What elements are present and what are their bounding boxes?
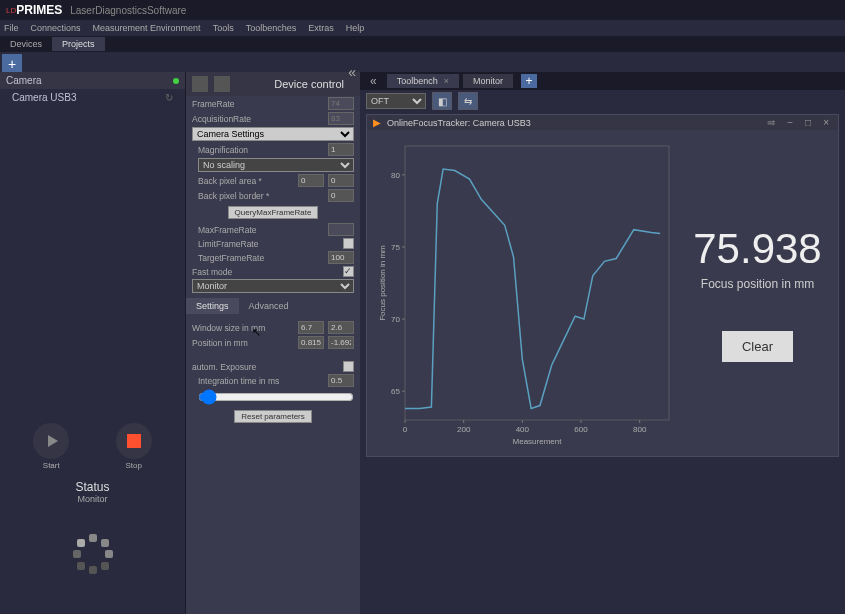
bparea-1[interactable]: [298, 174, 324, 187]
status-sub: Monitor: [10, 494, 175, 504]
targetfr-value[interactable]: [328, 251, 354, 264]
winsize-2[interactable]: [328, 321, 354, 334]
winsize-label: Window size in mm: [192, 323, 294, 333]
svg-text:80: 80: [391, 171, 400, 180]
autoexp-checkbox[interactable]: [343, 361, 354, 372]
svg-text:Focus position in mm: Focus position in mm: [378, 245, 387, 321]
menu-toolbenches[interactable]: Toolbenches: [246, 23, 297, 33]
tab-settings[interactable]: Settings: [186, 298, 239, 314]
add-tab-button[interactable]: +: [521, 74, 537, 88]
left-tabs: Devices Projects: [0, 36, 845, 52]
menu-file[interactable]: File: [4, 23, 19, 33]
svg-text:0: 0: [403, 425, 408, 434]
maxfr-value: [328, 223, 354, 236]
bparea-label: Back pixel area *: [198, 176, 294, 186]
scaling-select[interactable]: No scaling: [198, 158, 354, 172]
menu-measenv[interactable]: Measurement Environment: [93, 23, 201, 33]
tab-advanced[interactable]: Advanced: [239, 298, 299, 314]
magnification-value[interactable]: [328, 143, 354, 156]
limitfr-checkbox[interactable]: [343, 238, 354, 249]
fastmode-label: Fast mode: [192, 267, 339, 277]
targetfr-label: TargetFrameRate: [198, 253, 324, 263]
camera-header-label: Camera: [6, 75, 42, 86]
stop-button[interactable]: [116, 423, 152, 459]
status-title: Status: [10, 480, 175, 494]
stop-icon: [127, 434, 141, 448]
svg-rect-0: [405, 146, 669, 420]
camera-settings-select[interactable]: Camera Settings: [192, 127, 354, 141]
svg-text:70: 70: [391, 315, 400, 324]
autoexp-label: autom. Exposure: [192, 362, 339, 372]
svg-text:600: 600: [574, 425, 588, 434]
close-window-icon[interactable]: ×: [820, 117, 832, 128]
query-maxfr-button[interactable]: QueryMaxFrameRate: [228, 206, 319, 219]
right-panel: « Toolbench× Monitor + OFT ◧ ⇆ ▶ OnlineF…: [360, 72, 845, 614]
svg-text:65: 65: [391, 387, 400, 396]
svg-text:200: 200: [457, 425, 471, 434]
close-icon[interactable]: ×: [444, 76, 449, 86]
camera-item[interactable]: Camera USB3 ↻: [0, 89, 185, 106]
tab-toolbench[interactable]: Toolbench×: [387, 74, 459, 88]
framerate-label: FrameRate: [192, 99, 324, 109]
maximize-icon[interactable]: □: [802, 117, 814, 128]
folder-icon[interactable]: [192, 76, 208, 92]
acqrate-label: AcquisitionRate: [192, 114, 324, 124]
toolbar-icon-2[interactable]: ⇆: [458, 92, 478, 110]
flag-icon: ▶: [373, 117, 381, 128]
bpborder-label: Back pixel border *: [198, 191, 324, 201]
collapse-right-icon[interactable]: «: [364, 74, 383, 88]
play-icon: [48, 435, 58, 447]
toolbar-icon-1[interactable]: ◧: [432, 92, 452, 110]
reset-params-button[interactable]: Reset parameters: [234, 410, 312, 423]
camera-item-label: Camera USB3: [12, 92, 76, 103]
refresh-icon[interactable]: ↻: [165, 92, 173, 103]
left-panel: Camera Camera USB3 ↻ Start Stop Status M…: [0, 72, 186, 614]
logo-prefix: LD: [6, 6, 16, 15]
tab-devices[interactable]: Devices: [0, 37, 52, 51]
magnification-label: Magnification: [198, 145, 324, 155]
app-logo: PRIMES: [16, 3, 62, 17]
winsize-1[interactable]: [298, 321, 324, 334]
chart-area[interactable]: 657075800200400600800MeasurementFocus po…: [375, 138, 675, 448]
pin-icon[interactable]: ⥤: [764, 117, 778, 128]
svg-text:400: 400: [516, 425, 530, 434]
inttime-value[interactable]: [328, 374, 354, 387]
acqrate-value: [328, 112, 354, 125]
device-control-title: Device control: [274, 78, 344, 90]
limitfr-label: LimitFrameRate: [198, 239, 339, 249]
position-2[interactable]: [328, 336, 354, 349]
chart-window: ▶ OnlineFocusTracker: Camera USB3 ⥤ − □ …: [366, 114, 839, 457]
cursor-icon: ↖: [252, 326, 261, 339]
readout-label: Focus position in mm: [701, 277, 814, 291]
svg-text:800: 800: [633, 425, 647, 434]
chart-title: OnlineFocusTracker: Camera USB3: [387, 118, 758, 128]
framerate-value: [328, 97, 354, 110]
position-1[interactable]: [298, 336, 324, 349]
start-label: Start: [33, 461, 69, 470]
minimize-icon[interactable]: −: [784, 117, 796, 128]
tab-monitor[interactable]: Monitor: [463, 74, 513, 88]
collapse-left-icon[interactable]: «: [348, 64, 356, 80]
readout-value: 75.938: [693, 225, 821, 273]
menu-connections[interactable]: Connections: [31, 23, 81, 33]
fastmode-checkbox[interactable]: [343, 266, 354, 277]
svg-text:Measurement: Measurement: [513, 437, 563, 446]
monitor-select[interactable]: Monitor: [192, 279, 354, 293]
oft-select[interactable]: OFT: [366, 93, 426, 109]
clear-button[interactable]: Clear: [722, 331, 793, 362]
tab-projects[interactable]: Projects: [52, 37, 105, 51]
bparea-2[interactable]: [328, 174, 354, 187]
menu-help[interactable]: Help: [346, 23, 365, 33]
app-subtitle: LaserDiagnosticsSoftware: [70, 5, 186, 16]
camera-header[interactable]: Camera: [0, 72, 185, 89]
start-button[interactable]: [33, 423, 69, 459]
menu-tools[interactable]: Tools: [213, 23, 234, 33]
menu-extras[interactable]: Extras: [308, 23, 334, 33]
inttime-slider[interactable]: [198, 389, 354, 405]
device-control-panel: « Device control FrameRate AcquisitionRa…: [186, 72, 360, 614]
position-label: Position in mm: [192, 338, 294, 348]
bpborder-1[interactable]: [328, 189, 354, 202]
add-button[interactable]: +: [2, 54, 22, 74]
save-icon[interactable]: [214, 76, 230, 92]
stop-label: Stop: [116, 461, 152, 470]
